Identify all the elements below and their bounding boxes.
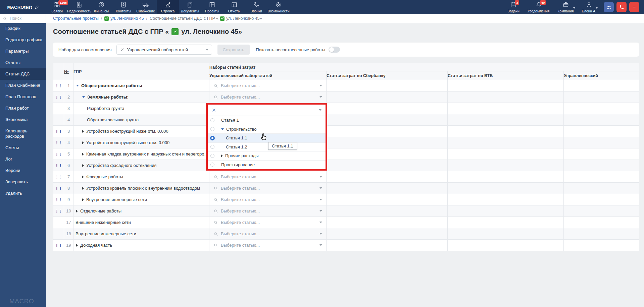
expand-icon[interactable] bbox=[82, 130, 84, 133]
clear-icon[interactable] bbox=[120, 48, 125, 52]
dropdown-option[interactable]: Статья 1 bbox=[208, 116, 326, 125]
drag-handle-icon[interactable]: ⋮⋮ bbox=[55, 175, 62, 179]
show-unmapped-toggle[interactable] bbox=[329, 47, 340, 53]
article-select[interactable]: Выберите статью... bbox=[209, 228, 326, 239]
nav-tab-label: Проекты bbox=[205, 9, 219, 13]
nav-tab-building[interactable]: Недвижимость bbox=[68, 0, 90, 14]
top-right-calendar[interactable]: 3Задачи bbox=[504, 0, 524, 14]
dropdown-option[interactable]: Строительство bbox=[208, 125, 326, 134]
nav-tab-truck[interactable]: Снабжение bbox=[135, 0, 157, 14]
sidebar-item[interactable]: График bbox=[0, 23, 46, 34]
dropdown-search-input[interactable] bbox=[219, 107, 316, 113]
breadcrumb-link[interactable]: Строительные проекты bbox=[53, 16, 99, 21]
drag-handle-icon[interactable]: ⋮⋮ bbox=[55, 84, 62, 88]
breadcrumb-link[interactable]: ул. Леночкино 45 bbox=[104, 16, 144, 21]
drag-handle-icon[interactable]: ⋮⋮ bbox=[55, 209, 62, 213]
radio-button[interactable] bbox=[210, 154, 214, 158]
expand-icon[interactable] bbox=[82, 164, 84, 167]
expand-icon[interactable] bbox=[82, 187, 84, 190]
row-handle-cell: ⋮⋮ bbox=[53, 183, 64, 194]
drag-handle-icon[interactable]: ⋮⋮ bbox=[55, 130, 62, 133]
drag-handle-icon[interactable]: ⋮⋮ bbox=[55, 244, 62, 247]
app-logo-text: MACROtest bbox=[7, 5, 32, 10]
sidebar-item[interactable]: План работ bbox=[0, 103, 46, 114]
collapse-icon[interactable] bbox=[221, 128, 224, 130]
top-right-person[interactable]: Елена А. bbox=[578, 0, 600, 14]
expand-icon[interactable] bbox=[76, 244, 78, 247]
top-right-briefcase[interactable]: Компания bbox=[553, 0, 578, 14]
dropdown-option[interactable]: Статья 1.1 bbox=[208, 133, 326, 142]
search-input[interactable] bbox=[9, 16, 43, 21]
nav-tab-phone[interactable]: Звонки bbox=[245, 0, 267, 14]
article-select[interactable]: Выберите статью... bbox=[209, 171, 326, 182]
radio-button[interactable] bbox=[210, 118, 214, 122]
article-select[interactable]: Выберите статью... bbox=[209, 183, 326, 194]
drag-handle-icon[interactable]: ⋮⋮ bbox=[55, 152, 62, 156]
sidebar-item[interactable]: Экономика bbox=[0, 114, 46, 125]
drag-handle-icon[interactable]: ⋮⋮ bbox=[55, 187, 62, 190]
nav-tab-projects[interactable]: Проекты bbox=[201, 0, 223, 14]
nav-tab-reports[interactable]: Отчёты bbox=[223, 0, 245, 14]
drag-handle-icon[interactable]: ⋮⋮ bbox=[55, 198, 62, 202]
expand-icon[interactable] bbox=[82, 198, 84, 201]
gpr-cell: Устройство конструкций ниже отм. 0.000 bbox=[73, 126, 209, 137]
expand-icon[interactable] bbox=[82, 153, 84, 156]
collapse-button[interactable] bbox=[629, 2, 639, 12]
app-logo[interactable]: MACROtest bbox=[0, 0, 46, 14]
sidebar-item[interactable]: Завершить bbox=[0, 176, 46, 188]
gpr-label: Доходная часть bbox=[80, 243, 112, 248]
sidebar-item[interactable]: План Поставок bbox=[0, 91, 46, 103]
mapping-set-value: Управленческий набор статей bbox=[127, 47, 188, 52]
dropdown-option[interactable]: Проектирование bbox=[208, 160, 326, 169]
expand-icon[interactable] bbox=[221, 155, 223, 157]
article-select[interactable]: Выберите статью... bbox=[209, 217, 326, 228]
nav-tab-documents[interactable]: Документы bbox=[179, 0, 201, 14]
drag-handle-icon[interactable]: ⋮⋮ bbox=[55, 141, 62, 145]
article-select[interactable]: Выберите статью... bbox=[209, 240, 326, 251]
gpr-cell: Внешние инженерные сети bbox=[73, 217, 209, 228]
mapping-set-select[interactable]: Управленческий набор статей bbox=[116, 45, 212, 55]
article-select[interactable]: Выберите статью... bbox=[209, 80, 326, 91]
sidebar-item[interactable]: План Снабжения bbox=[0, 80, 46, 91]
nav-tab-grid[interactable]: 1265Заявки bbox=[46, 0, 68, 14]
article-select[interactable]: Выберите статью... bbox=[209, 205, 326, 217]
phone-button[interactable] bbox=[616, 2, 627, 12]
dropdown-option[interactable]: Статья 1.2 bbox=[208, 142, 326, 151]
article-dropdown-combobox[interactable] bbox=[208, 105, 326, 116]
expand-icon[interactable] bbox=[82, 176, 84, 178]
sidebar-item[interactable]: Календарь расходов bbox=[0, 125, 46, 142]
sidebar-search[interactable] bbox=[0, 14, 46, 23]
breadcrumb: Строительные проекты/ул. Леночкино 45/Со… bbox=[46, 14, 262, 23]
radio-button[interactable] bbox=[210, 127, 214, 131]
article-select[interactable]: Выберите статью... bbox=[209, 194, 326, 205]
sidebar-item[interactable]: Лог bbox=[0, 154, 46, 165]
expand-icon[interactable] bbox=[82, 141, 84, 144]
nav-tab-construction[interactable]: Стройка bbox=[157, 0, 179, 14]
nav-tab-ruble[interactable]: Финансы bbox=[90, 0, 112, 14]
top-right-bell[interactable]: 40Уведомления bbox=[524, 0, 554, 14]
dropdown-option[interactable]: Прочие расходы bbox=[208, 151, 326, 160]
sidebar-item[interactable]: Статьи ДДС bbox=[0, 68, 46, 80]
article-select[interactable]: Выберите статью... bbox=[209, 91, 326, 103]
radio-button[interactable] bbox=[210, 163, 214, 167]
sidebar-item[interactable]: Удалить bbox=[0, 188, 46, 199]
nav-tab-contacts[interactable]: Контакты bbox=[112, 0, 135, 14]
clear-selection-icon[interactable] bbox=[212, 108, 216, 112]
radio-button[interactable] bbox=[210, 136, 215, 140]
sidebar-item[interactable]: Редактор графика bbox=[0, 34, 46, 46]
users-button[interactable] bbox=[604, 2, 614, 12]
nav-tab-gear[interactable]: Возможности bbox=[267, 0, 290, 14]
drag-handle-icon[interactable]: ⋮⋮ bbox=[55, 96, 62, 99]
expand-icon[interactable] bbox=[76, 210, 78, 212]
collapse-icon[interactable] bbox=[76, 85, 79, 86]
drag-handle-icon[interactable]: ⋮⋮ bbox=[55, 164, 62, 168]
radio-button[interactable] bbox=[210, 145, 214, 149]
sidebar-item[interactable]: Отчеты bbox=[0, 57, 46, 68]
breadcrumb-label: Строительные проекты bbox=[53, 16, 99, 21]
collapse-icon[interactable] bbox=[82, 96, 85, 98]
sidebar-item[interactable]: Версии bbox=[0, 165, 46, 176]
sidebar-item[interactable]: Сметы bbox=[0, 142, 46, 154]
num-column-header[interactable]: № bbox=[64, 63, 73, 80]
sidebar-item[interactable]: Параметры bbox=[0, 46, 46, 57]
save-button[interactable]: Сохранить bbox=[217, 45, 250, 55]
